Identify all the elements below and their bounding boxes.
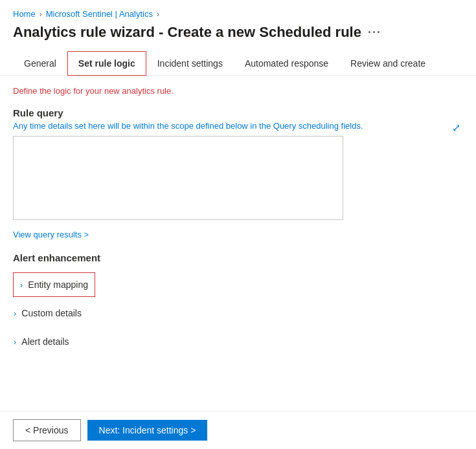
tab-incident-settings[interactable]: Incident settings xyxy=(146,51,234,76)
next-button[interactable]: Next: Incident settings > xyxy=(87,420,208,441)
custom-details-row: › Custom details xyxy=(13,301,463,325)
alert-details-label: Alert details xyxy=(21,336,69,347)
page-title: Analytics rule wizard - Create a new Sch… xyxy=(0,24,476,51)
entity-mapping-chevron: › xyxy=(20,280,23,290)
main-content: Define the logic for your new analytics … xyxy=(0,76,476,368)
alert-enhancement-title: Alert enhancement xyxy=(13,252,463,263)
breadcrumb-sep2: › xyxy=(157,10,159,19)
breadcrumb-sep1: › xyxy=(40,10,42,19)
rule-query-input[interactable] xyxy=(13,136,343,220)
breadcrumb-home[interactable]: Home xyxy=(13,9,36,19)
tab-general[interactable]: General xyxy=(13,51,67,76)
entity-mapping-row: › Entity mapping xyxy=(13,272,463,297)
rule-query-subtitle: Any time details set here will be within… xyxy=(13,121,463,131)
alert-details-item[interactable]: › Alert details xyxy=(13,329,463,354)
entity-mapping-item[interactable]: › Entity mapping xyxy=(13,272,95,297)
rule-query-title: Rule query xyxy=(13,107,463,118)
breadcrumb-sentinel[interactable]: Microsoft Sentinel | Analytics xyxy=(46,9,153,19)
alert-details-chevron: › xyxy=(14,337,16,347)
expand-icon[interactable]: ⤢ xyxy=(452,122,460,134)
tab-automated-response[interactable]: Automated response xyxy=(234,51,339,76)
breadcrumb: Home › Microsoft Sentinel | Analytics › xyxy=(0,0,476,24)
more-options-icon[interactable]: ··· xyxy=(368,26,381,39)
custom-details-chevron: › xyxy=(14,309,16,318)
alert-details-row: › Alert details xyxy=(13,329,463,354)
previous-button[interactable]: < Previous xyxy=(13,419,81,441)
custom-details-item[interactable]: › Custom details xyxy=(13,301,463,325)
query-container: ⤢ xyxy=(13,136,463,222)
custom-details-label: Custom details xyxy=(21,308,82,318)
info-text: Define the logic for your new analytics … xyxy=(13,86,463,96)
entity-mapping-label: Entity mapping xyxy=(28,279,88,290)
tab-bar: General Set rule logic Incident settings… xyxy=(0,51,476,76)
tab-set-rule-logic[interactable]: Set rule logic xyxy=(67,51,146,76)
view-query-results-link[interactable]: View query results > xyxy=(13,230,89,239)
footer: < Previous Next: Incident settings > xyxy=(0,411,476,449)
tab-review-and-create[interactable]: Review and create xyxy=(339,51,436,76)
